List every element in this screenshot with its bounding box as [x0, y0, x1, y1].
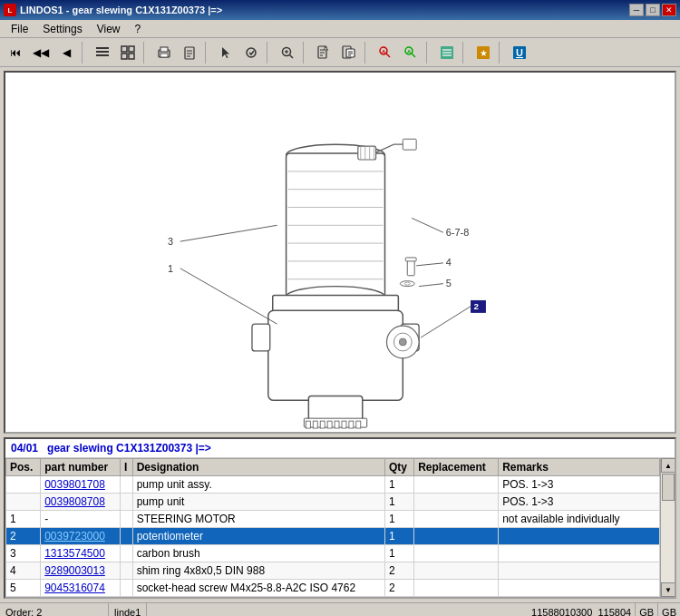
- cell-qty: 1: [384, 511, 413, 528]
- table-row[interactable]: 49289003013shim ring 4x8x0,5 DIN 9882: [6, 562, 660, 580]
- parts-code: 04/01: [11, 442, 38, 455]
- prev-button[interactable]: ◀: [54, 42, 78, 64]
- svg-rect-68: [335, 421, 339, 428]
- cell-qty: 1: [384, 528, 413, 545]
- potentiometer: [386, 326, 419, 358]
- cell-remarks: [499, 545, 660, 562]
- table-row[interactable]: 0039801708pump unit assy.1POS. 1->3: [6, 476, 660, 494]
- cell-replacement: [414, 562, 499, 580]
- cell-part-number[interactable]: 1313574500: [41, 545, 121, 562]
- col-i: I: [120, 459, 132, 476]
- svg-line-83: [412, 218, 443, 232]
- titlebar: L LINDOS1 - gear slewing C1X131Z00373 |=…: [0, 0, 680, 20]
- svg-rect-8: [160, 47, 168, 52]
- underline-button[interactable]: U: [508, 42, 531, 64]
- bottom-panel: 04/01 gear slewing C1X131Z00373 |=> Pos.…: [4, 437, 676, 599]
- cell-designation: potentiometer: [132, 528, 384, 545]
- first-button[interactable]: ⏮: [4, 42, 27, 64]
- cell-i: [120, 528, 132, 545]
- svg-rect-3: [121, 46, 127, 52]
- cell-i: [120, 511, 132, 528]
- print1-button[interactable]: [152, 42, 176, 64]
- menu-settings[interactable]: Settings: [35, 21, 89, 37]
- cell-designation: carbon brush: [132, 545, 384, 562]
- minimize-button[interactable]: ─: [629, 4, 644, 16]
- table-header-row: Pos. part number I Designation Qty Repla…: [6, 459, 660, 476]
- parts-table-container[interactable]: Pos. part number I Designation Qty Repla…: [5, 458, 660, 597]
- svg-line-91: [421, 306, 471, 337]
- nav2-button[interactable]: [116, 42, 140, 64]
- nav1-button[interactable]: [91, 42, 114, 64]
- scroll-up-button[interactable]: ▲: [661, 458, 675, 473]
- cell-pos: 3: [6, 545, 41, 562]
- cell-pos: 5: [6, 580, 41, 597]
- cell-part-number[interactable]: 0039723000: [41, 528, 121, 545]
- sep5: [303, 42, 308, 64]
- order-label: Order:: [5, 607, 34, 617]
- cell-part-number[interactable]: -: [41, 511, 121, 528]
- cursor-button[interactable]: [214, 42, 238, 64]
- sep4: [267, 42, 272, 64]
- svg-rect-66: [320, 421, 325, 428]
- svg-line-32: [412, 54, 415, 57]
- scroll-thumb[interactable]: [662, 474, 675, 501]
- svg-text:1: 1: [168, 263, 173, 274]
- cell-pos: 1: [6, 511, 41, 528]
- svg-rect-57: [403, 139, 416, 150]
- toolbar: ⏮ ◀◀ ◀ A A ★ U: [0, 38, 680, 67]
- list-button[interactable]: [435, 42, 459, 64]
- parts-diagram: 3 1 6-7-8 4 5 2: [5, 73, 675, 432]
- cell-replacement: [414, 476, 499, 494]
- titlebar-controls[interactable]: ─ □ ✕: [629, 4, 676, 16]
- select-button[interactable]: [239, 42, 263, 64]
- svg-rect-9: [160, 54, 168, 57]
- cell-replacement: [414, 494, 499, 511]
- cell-part-number[interactable]: 9289003013: [41, 562, 121, 580]
- table-row[interactable]: 0039808708pump unit1POS. 1->3: [6, 494, 660, 511]
- svg-text:4: 4: [446, 257, 452, 268]
- cell-designation: socket-head screw M4x25-8.8-A2C ISO 4762: [132, 580, 384, 597]
- parts-scrollbar[interactable]: ▲ ▼: [660, 458, 675, 597]
- maximize-button[interactable]: □: [646, 4, 660, 16]
- table-row[interactable]: 1-STEERING MOTOR1not available individua…: [6, 511, 660, 528]
- table-row[interactable]: 31313574500carbon brush1: [6, 545, 660, 562]
- cell-part-number[interactable]: 0039801708: [41, 476, 121, 494]
- cell-i: [120, 494, 132, 511]
- cell-remarks: [499, 528, 660, 545]
- menu-view[interactable]: View: [90, 21, 128, 37]
- cell-i: [120, 562, 132, 580]
- svg-line-85: [416, 263, 443, 266]
- menu-file[interactable]: File: [4, 21, 35, 37]
- sep9: [499, 42, 504, 64]
- svg-rect-2: [96, 54, 109, 56]
- svg-rect-1: [96, 51, 109, 53]
- scroll-down-button[interactable]: ▼: [661, 582, 675, 597]
- doc1-button[interactable]: [312, 42, 335, 64]
- gear-housing: [252, 296, 419, 429]
- star-button[interactable]: ★: [471, 42, 495, 64]
- table-row[interactable]: 20039723000potentiometer1: [6, 528, 660, 545]
- cell-part-number[interactable]: 0039808708: [41, 494, 121, 511]
- svg-rect-64: [306, 421, 310, 428]
- table-row[interactable]: 59045316074socket-head screw M4x25-8.8-A…: [6, 580, 660, 597]
- cell-pos: [6, 494, 41, 511]
- svg-text:U: U: [516, 47, 523, 58]
- svg-rect-76: [405, 258, 416, 261]
- diagram-area: 3 1 6-7-8 4 5 2: [4, 71, 676, 434]
- cell-remarks: [499, 562, 660, 580]
- sep2: [143, 42, 149, 64]
- svg-rect-60: [252, 324, 270, 351]
- cell-qty: 1: [384, 494, 413, 511]
- print2-button[interactable]: [178, 42, 201, 64]
- zoom-in-button[interactable]: [276, 42, 299, 64]
- find2-button[interactable]: A: [399, 42, 423, 64]
- cell-qty: 2: [384, 562, 413, 580]
- menu-help[interactable]: ?: [128, 21, 149, 37]
- cell-qty: 2: [384, 580, 413, 597]
- close-button[interactable]: ✕: [662, 4, 676, 16]
- doc2-button[interactable]: [337, 42, 361, 64]
- cell-part-number[interactable]: 9045316074: [41, 580, 121, 597]
- svg-line-79: [180, 225, 277, 241]
- find1-button[interactable]: A: [374, 42, 397, 64]
- prev-prev-button[interactable]: ◀◀: [29, 42, 53, 64]
